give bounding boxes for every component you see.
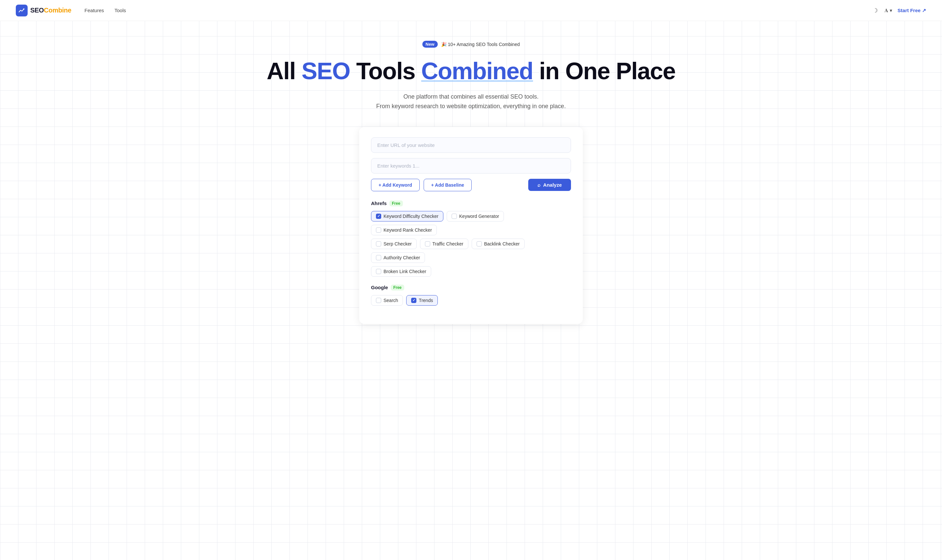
checkbox-keyword-generator[interactable]: Keyword Generator xyxy=(447,211,504,222)
search-icon: ⌕ xyxy=(537,182,540,188)
button-row: + Add Keyword + Add Baseline ⌕ Analyze xyxy=(371,179,571,191)
chevron-down-icon: ▾ xyxy=(890,8,892,14)
title-seo: SEO xyxy=(302,58,350,84)
checkbox-authority-checker[interactable]: Authority Checker xyxy=(371,252,425,263)
checkbox-google-search[interactable]: Search xyxy=(371,295,403,306)
google-label: Google xyxy=(371,285,388,290)
hero-title: All SEO Tools Combined in One Place xyxy=(267,58,675,84)
checkbox-serp-checker[interactable]: Serp Checker xyxy=(371,238,417,249)
add-keyword-button[interactable]: + Add Keyword xyxy=(371,179,420,191)
google-free-badge: Free xyxy=(391,285,404,291)
checkbox-box xyxy=(376,255,381,260)
checkbox-box xyxy=(452,214,457,219)
google-section-label: Google Free xyxy=(371,285,571,291)
checkbox-traffic-checker[interactable]: Traffic Checker xyxy=(420,238,469,249)
badge-row: New 🎉 10+ Amazing SEO Tools Combined xyxy=(422,41,520,48)
checkbox-box xyxy=(376,269,381,274)
ahrefs-checkbox-group: ✓ Keyword Difficulty Checker Keyword Gen… xyxy=(371,211,571,277)
url-input[interactable] xyxy=(371,137,571,153)
badge-description: 🎉 10+ Amazing SEO Tools Combined xyxy=(441,42,520,47)
ahrefs-row-3: Broken Link Checker xyxy=(371,266,571,277)
checkbox-box xyxy=(476,241,482,246)
dark-mode-button[interactable]: ☽ xyxy=(871,6,879,15)
ahrefs-free-badge: Free xyxy=(389,200,403,206)
new-badge: New xyxy=(422,41,438,48)
google-checkbox-group: Search ✓ Trends xyxy=(371,295,571,306)
checkbox-box: ✓ xyxy=(376,214,381,219)
logo-text: SEOCombine xyxy=(30,6,71,14)
ahrefs-section-label: Ahrefs Free xyxy=(371,200,571,206)
main-content: New 🎉 10+ Amazing SEO Tools Combined All… xyxy=(0,21,942,350)
add-baseline-button[interactable]: + Add Baseline xyxy=(424,179,472,191)
logo-link[interactable]: SEOCombine xyxy=(16,5,71,17)
checkbox-box xyxy=(376,228,381,233)
nav-link-features[interactable]: Features xyxy=(85,8,104,13)
google-row-1: Search ✓ Trends xyxy=(371,295,571,306)
checkbox-box xyxy=(376,298,381,303)
nav-link-tools[interactable]: Tools xyxy=(114,8,126,13)
svg-point-0 xyxy=(23,8,25,9)
checkbox-keyword-rank-checker[interactable]: Keyword Rank Checker xyxy=(371,225,437,235)
nav-links: Features Tools xyxy=(85,8,871,13)
moon-icon: ☽ xyxy=(873,7,878,14)
keyword-input[interactable] xyxy=(371,158,571,174)
translate-icon: 𝐀 xyxy=(885,8,888,14)
checkbox-keyword-difficulty[interactable]: ✓ Keyword Difficulty Checker xyxy=(371,211,443,222)
hero-subtitle: One platform that combines all essential… xyxy=(376,92,566,111)
title-combined: Combined xyxy=(421,58,533,84)
checkbox-box xyxy=(376,241,381,246)
checkbox-box xyxy=(425,241,430,246)
ahrefs-row-1: ✓ Keyword Difficulty Checker Keyword Gen… xyxy=(371,211,571,235)
language-button[interactable]: 𝐀 ▾ xyxy=(885,8,892,14)
nav-actions: ☽ 𝐀 ▾ Start Free ↗ xyxy=(871,6,926,15)
start-free-button[interactable]: Start Free ↗ xyxy=(897,8,926,14)
analyze-button[interactable]: ⌕ Analyze xyxy=(528,179,571,191)
checkbox-backlink-checker[interactable]: Backlink Checker xyxy=(472,238,524,249)
ahrefs-label: Ahrefs xyxy=(371,200,387,206)
ahrefs-row-2: Serp Checker Traffic Checker Backlink Ch… xyxy=(371,238,571,263)
navbar: SEOCombine Features Tools ☽ 𝐀 ▾ Start Fr… xyxy=(0,0,942,21)
tool-card: + Add Keyword + Add Baseline ⌕ Analyze A… xyxy=(359,127,583,324)
logo-icon xyxy=(16,5,28,17)
checkbox-box: ✓ xyxy=(411,298,416,303)
checkbox-google-trends[interactable]: ✓ Trends xyxy=(406,295,438,306)
checkbox-broken-link-checker[interactable]: Broken Link Checker xyxy=(371,266,431,277)
